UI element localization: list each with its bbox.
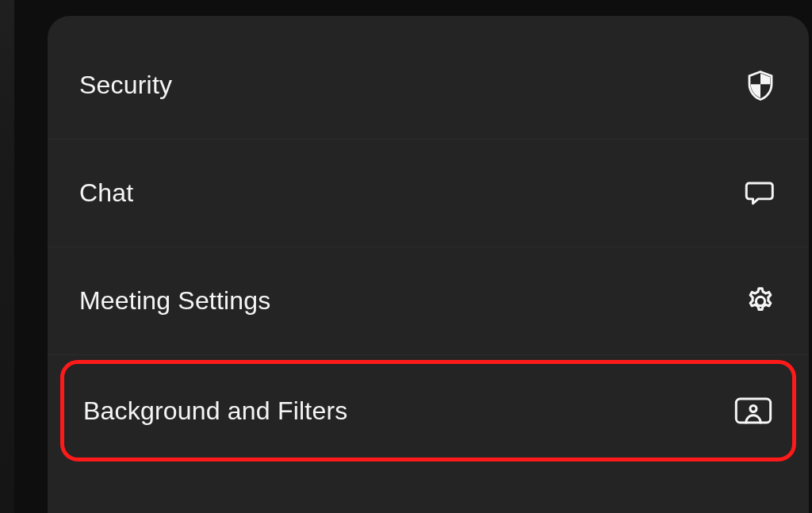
svg-point-0 — [756, 297, 764, 305]
menu-item-label: Security — [79, 71, 172, 100]
settings-panel: Security Chat Meeting Settings — [48, 16, 809, 513]
svg-point-2 — [750, 406, 756, 412]
menu-item-label: Meeting Settings — [79, 286, 271, 316]
menu-item-security[interactable]: Security — [48, 32, 809, 140]
background-gradient — [0, 0, 14, 513]
person-frame-icon — [733, 395, 773, 427]
screen: Security Chat Meeting Settings — [0, 0, 812, 513]
svg-rect-1 — [736, 399, 770, 423]
menu-item-label: Background and Filters — [83, 396, 347, 426]
menu-item-meeting-settings[interactable]: Meeting Settings — [48, 247, 809, 355]
gear-icon — [744, 285, 777, 318]
menu-item-label: Chat — [79, 178, 133, 208]
menu-item-background-and-filters[interactable]: Background and Filters — [64, 364, 792, 457]
shield-icon — [744, 69, 777, 102]
menu-item-chat[interactable]: Chat — [48, 140, 809, 247]
chat-bubble-icon — [742, 176, 777, 211]
highlighted-item-outline: Background and Filters — [60, 360, 796, 461]
